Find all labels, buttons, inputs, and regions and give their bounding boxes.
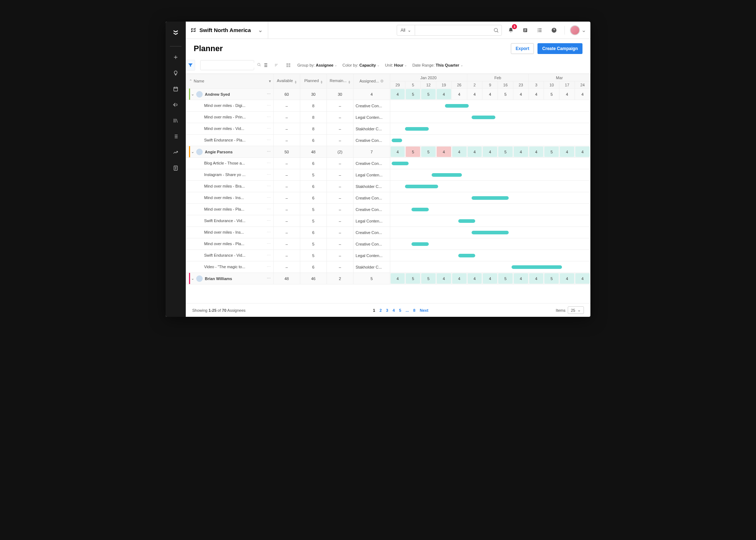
- topbar: Swift North America ⌄ All⌄ 3 ⌄: [186, 22, 590, 39]
- task-name: Instagram - Share yo ...: [204, 172, 246, 177]
- next-page[interactable]: Next: [420, 308, 428, 312]
- grid-view-icon[interactable]: [284, 61, 292, 69]
- list-view-icon[interactable]: [261, 61, 269, 69]
- more-icon[interactable]: ⋯: [265, 149, 273, 154]
- page-link[interactable]: ...: [406, 308, 409, 312]
- gantt-bar[interactable]: [411, 208, 429, 211]
- date-range-select[interactable]: Date Range: This Quarter⌄: [412, 63, 463, 67]
- collapse-icon[interactable]: ⌄: [191, 92, 194, 96]
- remaining-cell: –: [327, 192, 353, 204]
- group-by-select[interactable]: Group by: Assignee⌄: [297, 63, 337, 67]
- gantt-bar[interactable]: [432, 173, 462, 177]
- gantt-bar[interactable]: [472, 196, 509, 200]
- more-icon[interactable]: ⋯: [265, 172, 273, 177]
- help-icon[interactable]: [549, 25, 559, 36]
- gantt-bar[interactable]: [512, 265, 562, 269]
- search-filter-select[interactable]: All⌄: [397, 25, 415, 35]
- global-search: All⌄: [397, 25, 502, 36]
- grid-search: [200, 60, 254, 70]
- sort-icon[interactable]: ▴▾: [321, 80, 323, 84]
- col-name[interactable]: ⌃Name▾: [186, 74, 274, 89]
- more-icon[interactable]: ⋯: [265, 103, 273, 108]
- page-link[interactable]: 1: [373, 308, 375, 312]
- more-icon[interactable]: ⋯: [265, 184, 273, 189]
- gantt-bar[interactable]: [392, 139, 402, 142]
- col-available[interactable]: Available ▴▾: [273, 74, 300, 89]
- capacity-cell: 5: [405, 146, 421, 158]
- capacity-cell: 4: [390, 89, 405, 100]
- more-icon[interactable]: ⋯: [265, 253, 273, 258]
- sort-icon[interactable]: [273, 61, 281, 69]
- svg-rect-8: [287, 66, 288, 67]
- col-planned[interactable]: Planned ▴▾: [300, 74, 327, 89]
- more-icon[interactable]: ⋯: [265, 219, 273, 223]
- available-cell: 60: [273, 89, 300, 100]
- gantt-bar[interactable]: [392, 162, 409, 165]
- unit-select[interactable]: Unit: Hour⌄: [385, 63, 407, 67]
- gantt-bar[interactable]: [472, 231, 509, 234]
- export-button[interactable]: Export: [511, 43, 534, 54]
- grid-search-input[interactable]: [203, 63, 257, 68]
- col-assigned[interactable]: Assigned... ⚙: [353, 74, 390, 89]
- more-icon[interactable]: ⋯: [265, 92, 273, 96]
- search-icon[interactable]: [491, 25, 501, 35]
- create-campaign-button[interactable]: Create Campaign: [537, 43, 582, 54]
- more-icon[interactable]: ⋯: [265, 161, 273, 166]
- more-icon[interactable]: ⋯: [265, 126, 273, 131]
- megaphone-icon[interactable]: [168, 98, 183, 112]
- more-icon[interactable]: ⋯: [265, 138, 273, 143]
- gantt-bar[interactable]: [472, 116, 495, 119]
- gantt-bar[interactable]: [458, 254, 476, 257]
- gantt-bar[interactable]: [445, 104, 469, 108]
- gantt-bar[interactable]: [405, 185, 438, 188]
- filter-icon[interactable]: [186, 60, 195, 71]
- gantt-bar[interactable]: [405, 127, 429, 131]
- gantt-cell: [390, 100, 590, 112]
- avatar: [196, 275, 203, 282]
- more-icon[interactable]: ⋯: [265, 230, 273, 235]
- more-icon[interactable]: ⋯: [265, 242, 273, 246]
- page-link[interactable]: 4: [392, 308, 395, 312]
- capacity-cell: 4: [436, 89, 451, 100]
- more-icon[interactable]: ⋯: [265, 207, 273, 212]
- gantt-bar[interactable]: [458, 219, 476, 223]
- trend-icon[interactable]: [168, 145, 183, 159]
- more-icon[interactable]: ⋯: [265, 195, 273, 200]
- remaining-cell: –: [327, 169, 353, 181]
- assigned-cell: Legal Conten...: [353, 169, 390, 181]
- notifications-icon[interactable]: 3: [505, 25, 516, 36]
- more-icon[interactable]: ⋯: [265, 115, 273, 120]
- col-remaining[interactable]: Remain... ▴▾: [327, 74, 353, 89]
- page-title: Planner: [194, 44, 223, 53]
- capacity-cell: 4: [451, 146, 467, 158]
- collapse-icon[interactable]: ⌄: [191, 150, 194, 154]
- collapse-icon[interactable]: ⌄: [191, 276, 194, 280]
- gantt-bar[interactable]: [411, 242, 429, 246]
- list-icon[interactable]: [168, 129, 183, 144]
- tasks-icon[interactable]: [520, 25, 531, 36]
- plus-icon[interactable]: [168, 50, 183, 64]
- page-link[interactable]: 8: [413, 308, 415, 312]
- page-link[interactable]: 3: [386, 308, 388, 312]
- planned-cell: 8: [300, 100, 327, 112]
- logo-icon[interactable]: [168, 25, 183, 40]
- document-icon[interactable]: [168, 161, 183, 175]
- user-menu[interactable]: ⌄: [570, 25, 586, 35]
- more-icon[interactable]: ⋯: [265, 265, 273, 269]
- workspace-switcher[interactable]: Swift North America ⌄: [190, 22, 268, 39]
- checklist-icon[interactable]: [534, 25, 545, 36]
- library-icon[interactable]: [168, 113, 183, 128]
- sort-icon[interactable]: ▴▾: [295, 80, 297, 84]
- color-by-select[interactable]: Color by: Capacity⌄: [342, 63, 380, 67]
- more-icon[interactable]: ⋯: [265, 276, 273, 281]
- search-input[interactable]: [415, 25, 491, 35]
- page-link[interactable]: 5: [399, 308, 401, 312]
- items-select[interactable]: 25⌄: [568, 306, 584, 314]
- lightbulb-icon[interactable]: [168, 66, 183, 80]
- remaining-cell: –: [327, 238, 353, 250]
- calendar-icon[interactable]: [168, 82, 183, 96]
- sort-icon[interactable]: ▴▾: [348, 80, 350, 84]
- page-link[interactable]: 2: [379, 308, 382, 312]
- gear-icon[interactable]: ⚙: [380, 79, 384, 83]
- chevron-down-icon: ⌄: [581, 27, 586, 33]
